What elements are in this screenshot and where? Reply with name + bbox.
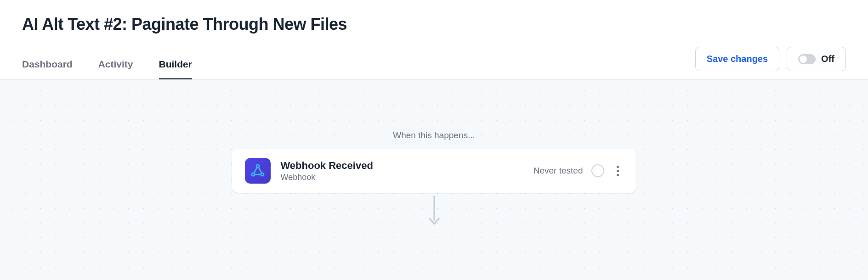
trigger-prompt: When this happens... — [393, 130, 475, 140]
trigger-card[interactable]: Webhook Received Webhook Never tested — [232, 149, 636, 193]
tab-dashboard[interactable]: Dashboard — [22, 59, 73, 79]
tabs: Dashboard Activity Builder — [22, 59, 192, 79]
trigger-card-text: Webhook Received Webhook — [281, 160, 523, 182]
trigger-title: Webhook Received — [281, 160, 523, 172]
save-button-label: Save changes — [707, 54, 768, 64]
header: AI Alt Text #2: Paginate Through New Fil… — [0, 0, 868, 80]
builder-canvas[interactable]: When this happens... Webhook Received We… — [0, 80, 868, 280]
page-title: AI Alt Text #2: Paginate Through New Fil… — [22, 15, 846, 34]
webhook-icon — [245, 158, 271, 184]
status-text: Never tested — [533, 166, 583, 176]
workflow-toggle[interactable]: Off — [787, 47, 846, 71]
header-actions: Save changes Off — [695, 47, 846, 79]
toggle-label: Off — [821, 54, 834, 64]
toggle-switch-icon — [798, 54, 816, 64]
tab-builder[interactable]: Builder — [159, 59, 192, 79]
save-button[interactable]: Save changes — [695, 47, 779, 71]
trigger-card-right: Never tested — [533, 164, 624, 177]
tab-activity[interactable]: Activity — [98, 59, 133, 79]
header-row: Dashboard Activity Builder Save changes … — [22, 47, 846, 79]
trigger-subtitle: Webhook — [281, 173, 523, 182]
arrow-down-icon — [427, 196, 441, 230]
status-indicator-icon — [591, 164, 604, 177]
more-options-button[interactable] — [613, 164, 624, 177]
